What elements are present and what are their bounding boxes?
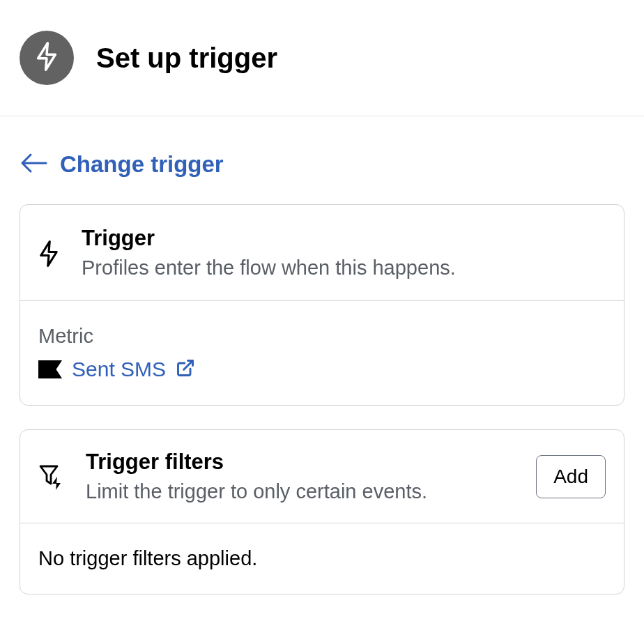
page-title: Set up trigger [96, 43, 277, 74]
change-trigger-label: Change trigger [60, 151, 224, 178]
svg-marker-2 [41, 241, 57, 266]
trigger-filters-description: Limit the trigger to only certain events… [86, 480, 536, 503]
trigger-filters-header: Trigger filters Limit the trigger to onl… [20, 430, 624, 523]
trigger-filters-header-text: Trigger filters Limit the trigger to onl… [86, 450, 536, 503]
trigger-filters-title: Trigger filters [86, 450, 536, 475]
page-header: Set up trigger [0, 0, 644, 116]
change-trigger-link[interactable]: Change trigger [20, 151, 224, 178]
trigger-filters-card: Trigger filters Limit the trigger to onl… [20, 429, 624, 595]
trigger-card-header: Trigger Profiles enter the flow when thi… [20, 205, 624, 301]
trigger-card: Trigger Profiles enter the flow when thi… [20, 204, 624, 406]
trigger-filters-body: No trigger filters applied. [20, 523, 624, 594]
trigger-card-description: Profiles enter the flow when this happen… [82, 256, 606, 279]
svg-marker-0 [38, 43, 56, 70]
svg-marker-5 [52, 477, 61, 490]
content-area: Change trigger Trigger Profiles enter th… [0, 116, 644, 595]
trigger-card-title: Trigger [82, 226, 606, 251]
trigger-card-header-text: Trigger Profiles enter the flow when thi… [82, 226, 606, 279]
header-icon-circle [20, 31, 74, 85]
metric-value-link[interactable]: Sent SMS [38, 358, 195, 381]
metric-link-text: Sent SMS [72, 358, 166, 381]
lightning-icon [35, 41, 59, 75]
lightning-icon [38, 240, 59, 270]
flag-icon [38, 360, 62, 378]
filter-lightning-icon [38, 464, 63, 493]
trigger-card-body: Metric Sent SMS [20, 301, 624, 405]
external-link-icon [176, 358, 195, 381]
metric-label: Metric [38, 325, 606, 348]
add-filter-button[interactable]: Add [536, 455, 606, 498]
back-arrow-icon [20, 152, 47, 177]
svg-line-3 [184, 361, 193, 370]
